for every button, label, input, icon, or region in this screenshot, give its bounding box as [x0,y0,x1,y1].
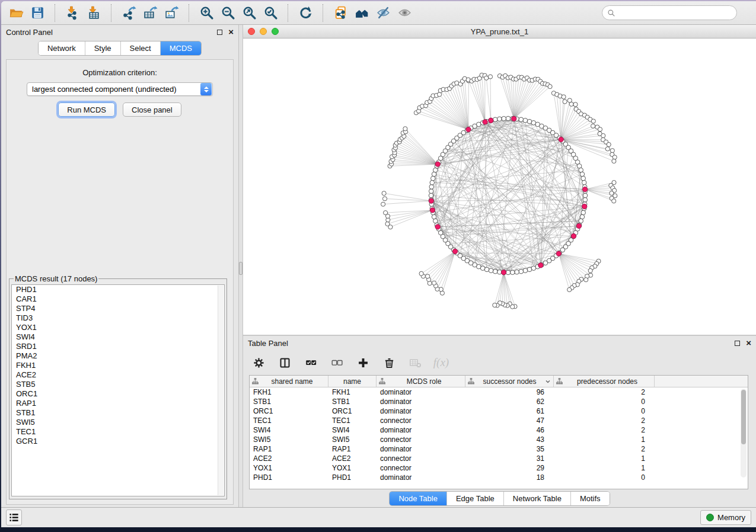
table-row[interactable]: ACE2ACE2connector311 [250,454,748,463]
zoom-selected-button[interactable] [261,4,279,22]
mcds-result-item[interactable]: CAR1 [12,294,224,304]
tab-edge-table[interactable]: Edge Table [446,492,503,505]
mcds-hub-node[interactable] [501,270,506,275]
network-node[interactable] [569,102,573,106]
network-node[interactable] [502,116,506,121]
mcds-hub-node[interactable] [483,120,487,124]
network-node[interactable] [579,168,583,172]
mcds-result-item[interactable]: STP4 [12,304,224,313]
hide-selected-button[interactable] [374,4,392,22]
network-node[interactable] [612,159,616,163]
mcds-result-item[interactable]: SWI5 [12,418,224,427]
import-table-from-file-button[interactable] [85,4,103,22]
network-node[interactable] [493,303,497,307]
table-scrollbar[interactable] [741,389,747,477]
network-node[interactable] [527,267,532,272]
network-node[interactable] [581,176,586,181]
network-node[interactable] [584,278,588,282]
network-node[interactable] [523,268,528,273]
network-node[interactable] [598,127,602,132]
tab-network[interactable]: Network [39,41,85,55]
mcds-hub-node[interactable] [571,233,576,238]
network-node[interactable] [432,214,436,219]
network-node[interactable] [605,147,610,151]
network-node[interactable] [613,155,617,159]
float-panel-icon[interactable] [217,30,222,35]
export-network-button[interactable] [120,4,138,22]
network-node[interactable] [583,198,588,203]
export-table-button[interactable] [141,4,159,22]
mcds-result-item[interactable]: SRD1 [12,342,224,351]
network-node[interactable] [497,117,502,121]
network-node[interactable] [385,222,390,226]
network-node[interactable] [430,180,435,185]
network-node[interactable] [426,274,430,278]
network-node[interactable] [527,119,532,124]
zoom-out-button[interactable] [219,4,237,22]
column-settings-button[interactable] [251,355,266,370]
network-node[interactable] [588,268,592,273]
mcds-result-item[interactable]: PMA2 [12,351,224,361]
add-column-button[interactable] [356,355,370,370]
network-node[interactable] [431,176,436,181]
network-node[interactable] [515,270,519,274]
network-node[interactable] [591,124,595,128]
mcds-hub-node[interactable] [582,204,587,209]
network-node[interactable] [382,197,387,201]
network-node[interactable] [493,117,497,122]
network-clone-button[interactable] [331,4,349,22]
network-node[interactable] [523,118,528,123]
zoom-fit-button[interactable] [240,4,258,22]
mcds-result-item[interactable]: STB1 [12,408,224,418]
import-network-from-file-button[interactable] [63,4,81,22]
network-node[interactable] [601,133,605,137]
table-row[interactable]: FKH1FKH1dominator962 [250,387,748,397]
mcds-result-item[interactable]: TID3 [12,313,224,323]
network-node[interactable] [489,268,493,273]
table-row[interactable]: TEC1TEC1connector472 [250,416,748,425]
network-node[interactable] [493,269,497,274]
network-node[interactable] [382,191,386,196]
mcds-result-item[interactable]: TEC1 [12,427,224,437]
network-node[interactable] [567,287,572,291]
network-node[interactable] [607,142,611,146]
mcds-hub-node[interactable] [538,263,543,268]
mcds-hub-node[interactable] [430,208,435,213]
mcds-result-item[interactable]: PHD1 [12,285,224,294]
network-node[interactable] [484,76,489,80]
column-header-predecessor-nodes[interactable]: predecessor nodes [554,376,655,387]
table-row[interactable]: YOX1YOX1connector291 [250,463,748,473]
show-all-button[interactable] [395,4,413,22]
network-node[interactable] [548,85,552,89]
tab-style[interactable]: Style [85,41,120,55]
network-canvas[interactable] [243,39,756,335]
open-file-button[interactable] [7,4,25,22]
mcds-result-item[interactable]: GCR1 [12,437,224,446]
network-node[interactable] [519,117,524,122]
network-node[interactable] [531,266,536,271]
network-node[interactable] [506,116,511,121]
close-panel-button[interactable]: Close panel [123,102,181,117]
column-header-shared-name[interactable]: shared name [250,376,328,387]
mcds-hub-node[interactable] [466,127,471,132]
network-node[interactable] [429,185,434,190]
mcds-hub-node[interactable] [435,162,440,166]
mcds-hub-node[interactable] [556,251,561,256]
network-node[interactable] [432,172,436,177]
network-node[interactable] [433,219,438,223]
network-node[interactable] [563,100,567,104]
network-node[interactable] [519,269,524,274]
tab-motifs[interactable]: Motifs [570,492,610,505]
table-row[interactable]: RAP1RAP1dominator352 [250,444,748,454]
column-header-MCDS-role[interactable]: MCDS role [377,376,465,387]
mcds-result-item[interactable]: SWI4 [12,332,224,342]
network-node[interactable] [429,189,433,194]
mcds-result-item[interactable]: FKH1 [12,361,224,370]
mcds-hub-node[interactable] [582,187,587,191]
mcds-result-item[interactable]: STB5 [12,380,224,389]
mcds-hub-node[interactable] [489,118,493,123]
network-node[interactable] [580,214,585,219]
network-node[interactable] [612,199,616,203]
delete-column-button[interactable] [382,355,396,370]
network-node[interactable] [591,119,595,123]
